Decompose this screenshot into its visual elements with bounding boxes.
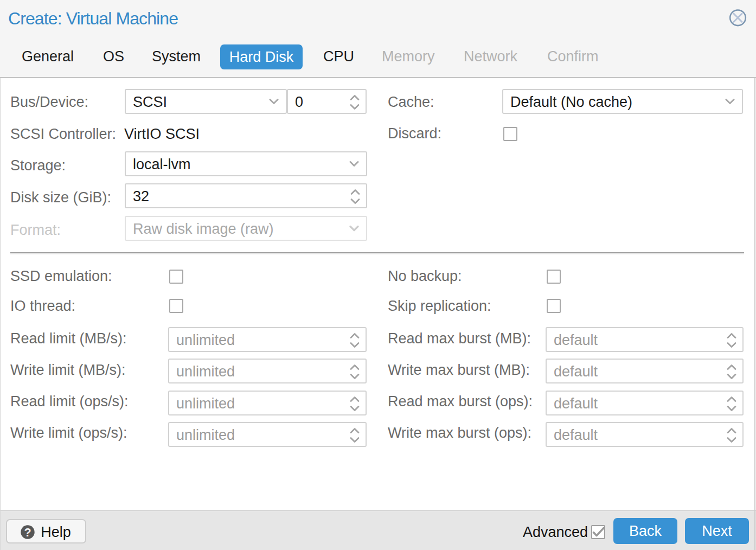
svg-text:?: ? xyxy=(24,526,31,539)
